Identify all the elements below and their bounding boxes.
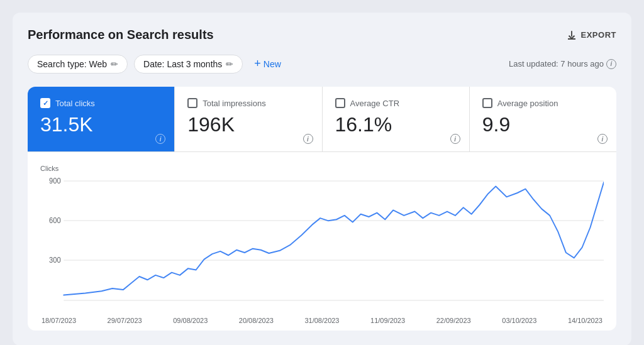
check-icon: ✓ bbox=[43, 100, 48, 107]
total-clicks-value: 31.5K bbox=[40, 113, 162, 136]
metric-average-ctr-header: Average CTR bbox=[335, 98, 457, 108]
x-label-8: 14/10/2023 bbox=[568, 317, 602, 324]
metrics-chart-card: ✓ Total clicks 31.5K i Total impressions… bbox=[28, 87, 616, 331]
x-label-7: 03/10/2023 bbox=[502, 317, 536, 324]
metric-total-clicks-header: ✓ Total clicks bbox=[40, 98, 162, 108]
total-impressions-checkbox[interactable] bbox=[187, 98, 197, 108]
export-label: EXPORT bbox=[581, 30, 616, 40]
metric-average-position[interactable]: Average position 9.9 i bbox=[470, 87, 616, 151]
average-ctr-value: 16.1% bbox=[335, 113, 457, 136]
chart-area: Clicks 900 600 300 18/07/2023 bbox=[28, 152, 616, 331]
last-updated: Last updated: 7 hours ago i bbox=[509, 59, 616, 69]
total-impressions-label: Total impressions bbox=[203, 99, 265, 108]
metric-total-impressions[interactable]: Total impressions 196K i bbox=[175, 87, 322, 151]
chart-wrapper: 900 600 300 bbox=[40, 175, 604, 313]
filters-left: Search type: Web ✏ Date: Last 3 months ✏… bbox=[28, 53, 286, 74]
date-edit-icon: ✏ bbox=[226, 59, 233, 69]
export-icon bbox=[566, 30, 577, 41]
x-label-4: 31/08/2023 bbox=[304, 317, 339, 324]
x-label-5: 11/09/2023 bbox=[370, 317, 405, 324]
total-clicks-info-icon[interactable]: i bbox=[155, 134, 165, 144]
total-impressions-value: 196K bbox=[187, 113, 309, 136]
x-axis-labels: 18/07/2023 29/07/2023 09/08/2023 20/08/2… bbox=[40, 317, 604, 324]
svg-text:900: 900 bbox=[49, 177, 61, 185]
x-label-3: 20/08/2023 bbox=[239, 317, 274, 324]
metric-average-ctr[interactable]: Average CTR 16.1% i bbox=[323, 87, 470, 151]
date-label: Date: Last 3 months bbox=[143, 59, 222, 69]
search-type-edit-icon: ✏ bbox=[111, 59, 118, 69]
average-ctr-checkbox[interactable] bbox=[335, 98, 345, 108]
average-position-value: 9.9 bbox=[482, 113, 604, 136]
new-button[interactable]: + New bbox=[249, 53, 286, 74]
export-button[interactable]: EXPORT bbox=[566, 30, 616, 41]
page-title: Performance on Search results bbox=[28, 28, 214, 42]
average-ctr-help[interactable]: i bbox=[450, 133, 460, 145]
date-filter[interactable]: Date: Last 3 months ✏ bbox=[134, 55, 243, 74]
plus-icon: + bbox=[254, 57, 261, 70]
average-position-checkbox[interactable] bbox=[482, 98, 492, 108]
chart-svg: 900 600 300 bbox=[40, 175, 604, 313]
metric-average-position-header: Average position bbox=[482, 98, 604, 108]
search-type-filter[interactable]: Search type: Web ✏ bbox=[28, 55, 128, 74]
svg-text:600: 600 bbox=[49, 216, 61, 224]
new-label: New bbox=[264, 59, 281, 69]
x-label-2: 09/08/2023 bbox=[173, 317, 208, 324]
header: Performance on Search results EXPORT bbox=[28, 28, 616, 42]
total-clicks-checkbox[interactable]: ✓ bbox=[40, 98, 50, 108]
metric-total-impressions-header: Total impressions bbox=[187, 98, 309, 108]
metric-total-clicks[interactable]: ✓ Total clicks 31.5K i bbox=[28, 87, 175, 151]
average-ctr-label: Average CTR bbox=[350, 99, 400, 108]
last-updated-text: Last updated: 7 hours ago bbox=[509, 59, 604, 68]
x-label-6: 22/09/2023 bbox=[436, 317, 471, 324]
average-position-info-icon[interactable]: i bbox=[597, 134, 608, 144]
total-impressions-help[interactable]: i bbox=[303, 133, 313, 145]
total-impressions-info-icon[interactable]: i bbox=[303, 134, 313, 144]
average-position-help[interactable]: i bbox=[597, 133, 608, 145]
x-label-1: 29/07/2023 bbox=[108, 317, 142, 324]
svg-text:300: 300 bbox=[49, 256, 61, 264]
main-container: Performance on Search results EXPORT Sea… bbox=[13, 13, 631, 345]
filters-row: Search type: Web ✏ Date: Last 3 months ✏… bbox=[28, 53, 616, 74]
total-clicks-help[interactable]: i bbox=[155, 133, 165, 145]
search-type-label: Search type: Web bbox=[37, 59, 107, 69]
average-position-label: Average position bbox=[497, 99, 558, 108]
last-updated-info-icon[interactable]: i bbox=[606, 59, 616, 69]
average-ctr-info-icon[interactable]: i bbox=[450, 134, 460, 144]
total-clicks-label: Total clicks bbox=[55, 99, 95, 108]
chart-y-label: Clicks bbox=[40, 165, 604, 172]
x-label-0: 18/07/2023 bbox=[42, 317, 76, 324]
metrics-row: ✓ Total clicks 31.5K i Total impressions… bbox=[28, 87, 616, 152]
